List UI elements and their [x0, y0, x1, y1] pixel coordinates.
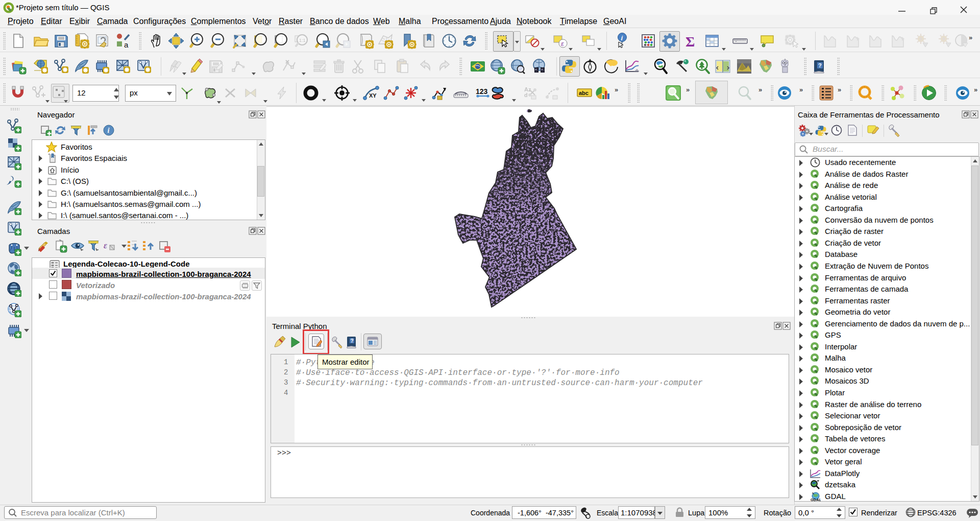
svg-text:i: i	[621, 34, 623, 42]
svg-text:abc: abc	[579, 90, 589, 96]
svg-text:GDAL: GDAL	[811, 498, 821, 502]
svg-text:?: ?	[818, 62, 822, 68]
svg-text:ε: ε	[561, 40, 564, 48]
svg-text:123: 123	[476, 87, 488, 96]
svg-text:1:1: 1:1	[299, 38, 306, 43]
svg-text:ε: ε	[104, 241, 107, 250]
svg-text:XY: XY	[369, 92, 377, 99]
svg-text:i: i	[108, 127, 110, 134]
svg-text:Σ: Σ	[685, 34, 695, 49]
svg-text:a: a	[124, 40, 129, 49]
svg-text:d: d	[524, 92, 528, 98]
svg-text:?: ?	[351, 338, 354, 344]
